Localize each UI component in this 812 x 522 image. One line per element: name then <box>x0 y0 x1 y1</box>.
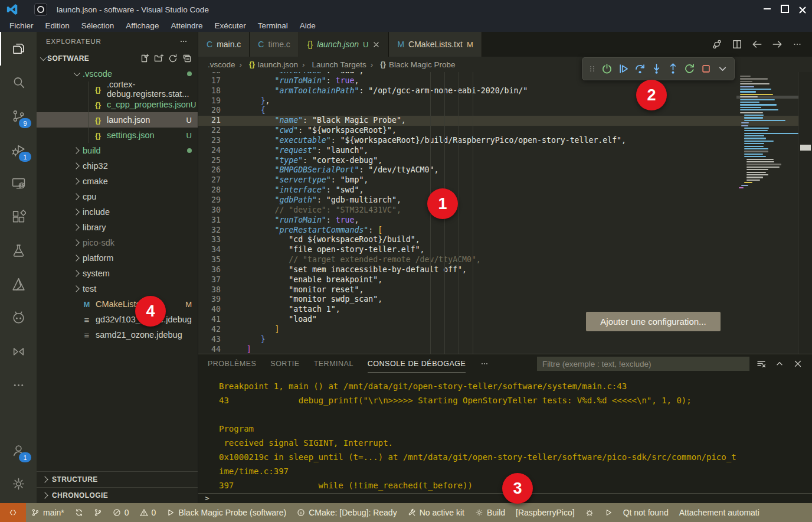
menu-item-affichage[interactable]: Affichage <box>120 21 165 30</box>
tree-item-cpu[interactable]: cpu <box>37 189 198 204</box>
new-file-icon[interactable] <box>140 54 149 63</box>
status-item-0[interactable]: 0 <box>135 503 162 522</box>
console-filter-input[interactable] <box>537 357 749 371</box>
close-button[interactable] <box>795 2 810 16</box>
tree-item-gd32vf103-ozone-jdebug[interactable]: ≡gd32vf103_ozone.jdebug <box>37 312 198 327</box>
menu-item-atteindre[interactable]: Atteindre <box>165 21 208 30</box>
more-icon[interactable] <box>480 359 489 368</box>
section-structure[interactable]: STRUCTURE <box>37 471 198 487</box>
status-item-black-magic-probe-software-[interactable]: Black Magic Probe (software) <box>161 503 292 522</box>
status-item-0[interactable]: 0 <box>107 503 135 522</box>
tree-item-samd21-ozone-jdebug[interactable]: ≡samd21_ozone.jdebug <box>37 327 198 342</box>
activity-item-settings-gear[interactable] <box>0 467 37 501</box>
tree-item-test[interactable]: test <box>37 281 198 296</box>
activity-item-test-beaker[interactable] <box>0 234 37 267</box>
status-item-cmake-debug-ready[interactable]: CMake: [Debug]: Ready <box>292 503 402 522</box>
chevron-up-icon[interactable] <box>775 359 784 368</box>
minimap[interactable] <box>736 75 799 189</box>
power-icon[interactable] <box>601 63 613 74</box>
status-item-bug[interactable] <box>580 503 599 522</box>
tree-item-library[interactable]: library <box>37 220 198 235</box>
add-configuration-button[interactable]: Ajouter une configuration... <box>586 312 721 331</box>
tree-item-pico-sdk[interactable]: pico-sdk <box>37 235 198 250</box>
status-item-build[interactable]: Build <box>470 503 510 522</box>
menu-item-edition[interactable]: Edition <box>40 21 76 30</box>
section-chronologie[interactable]: CHRONOLOGIE <box>37 487 198 503</box>
close-icon[interactable] <box>793 359 803 368</box>
status-item-no-active-kit[interactable]: No active kit <box>402 503 470 522</box>
activity-item-run-debug[interactable]: 1 <box>0 133 37 167</box>
tab-launch-json[interactable]: {}launch.jsonU <box>299 32 389 57</box>
editor-scrollbar[interactable] <box>798 72 812 354</box>
continue-icon[interactable] <box>618 63 629 74</box>
maximize-button[interactable] <box>778 2 792 16</box>
step-into-icon[interactable] <box>651 63 662 74</box>
activity-item-cmake[interactable] <box>0 267 37 301</box>
code-editor[interactable]: 16 "interface": "swd",17 "runToMain": tr… <box>198 72 812 354</box>
arrow-left-icon[interactable] <box>752 39 762 50</box>
tree-item-settings-json[interactable]: {}settings.jsonU <box>37 128 198 143</box>
menu-item-sélection[interactable]: Sélection <box>76 21 120 30</box>
activity-item-more[interactable] <box>0 368 37 402</box>
activity-item-visual-studio[interactable] <box>0 335 37 368</box>
status-item-sync[interactable] <box>70 503 89 522</box>
status-item-play[interactable] <box>599 503 618 522</box>
status-item-qt-not-found[interactable]: Qt not found <box>618 503 674 522</box>
close-icon[interactable] <box>372 41 380 48</box>
minimize-button[interactable] <box>760 2 774 16</box>
tree-item-cmake[interactable]: cmake <box>37 174 198 189</box>
menu-item-aide[interactable]: Aide <box>294 21 322 30</box>
activity-item-account[interactable]: 1 <box>0 433 37 467</box>
menu-item-exécuter[interactable]: Exécuter <box>208 21 251 30</box>
status-item-remote[interactable] <box>0 503 26 522</box>
step-out-icon[interactable] <box>667 63 679 74</box>
status-item-main-[interactable]: main* <box>26 503 70 522</box>
more-icon[interactable] <box>792 39 803 50</box>
activity-item-extensions[interactable] <box>0 200 37 234</box>
collapse-all-icon[interactable] <box>182 54 192 63</box>
activity-item-source-control[interactable]: 9 <box>0 99 37 133</box>
activity-item-files[interactable] <box>0 32 37 66</box>
tree-item-launch-json[interactable]: {}launch.jsonU <box>37 112 198 128</box>
tree-item--cortex-debug-registers-stat-[interactable]: {}.cortex-debug.registers.stat... <box>37 81 198 97</box>
open-changes-icon[interactable] <box>712 39 722 50</box>
status-item-git-branch[interactable] <box>89 503 107 522</box>
step-over-icon[interactable] <box>634 63 646 74</box>
activity-item-remote-explorer[interactable] <box>0 167 37 200</box>
panel-tab-probl-mes[interactable]: PROBLÈMES <box>208 354 256 373</box>
clear-console-icon[interactable] <box>757 359 766 368</box>
scrollbar-handle[interactable] <box>800 145 811 151</box>
split-editor-icon[interactable] <box>732 39 742 50</box>
new-folder-icon[interactable] <box>154 54 163 63</box>
stop-icon[interactable] <box>700 63 712 74</box>
breadcrumb-item[interactable]: {}Black Magic Probe <box>366 60 456 69</box>
tree-item-platform[interactable]: platform <box>37 250 198 266</box>
breadcrumb-item[interactable]: {}launch.json <box>235 60 299 69</box>
breadcrumb-item[interactable]: .vscode <box>208 60 235 69</box>
tab-main-c[interactable]: Cmain.c <box>198 32 250 57</box>
tree-item-chip32[interactable]: chip32 <box>37 158 198 174</box>
tab-time-c[interactable]: Ctime.c <box>250 32 299 57</box>
activity-item-search[interactable] <box>0 66 37 99</box>
status-item--raspberrypico-[interactable]: [RaspberryPico] <box>510 503 580 522</box>
tree-item-build[interactable]: build <box>37 143 198 158</box>
status-item-attachement-automati[interactable]: Attachement automati <box>674 503 765 522</box>
menu-item-terminal[interactable]: Terminal <box>252 21 294 30</box>
chevron-down-icon[interactable] <box>717 63 728 74</box>
panel-tab-sortie[interactable]: SORTIE <box>270 354 299 373</box>
explorer-more-icon[interactable] <box>179 37 188 46</box>
workspace-section-header[interactable]: SOFTWARE <box>37 51 198 66</box>
refresh-icon[interactable] <box>168 54 178 63</box>
tree-item-include[interactable]: include <box>37 204 198 220</box>
tab-cmakelists-txt[interactable]: MCMakeLists.txtM <box>389 32 482 57</box>
panel-tab-console-de-d-bogage[interactable]: CONSOLE DE DÉBOGAGE <box>368 354 466 373</box>
arrow-right-icon[interactable] <box>772 39 782 50</box>
tree-item-cmakelists-txt[interactable]: MCMakeLists.txtM <box>37 296 198 312</box>
restart-icon[interactable] <box>684 63 695 74</box>
activity-item-platformio[interactable] <box>0 301 37 335</box>
panel-tab-terminal[interactable]: TERMINAL <box>314 354 353 373</box>
breadcrumb-item[interactable]: Launch Targets <box>298 60 366 69</box>
menu-item-fichier[interactable]: Fichier <box>4 21 40 30</box>
tree-item-c-cpp-properties-json[interactable]: {}c_cpp_properties.jsonU <box>37 97 198 112</box>
tree-item-system[interactable]: system <box>37 266 198 281</box>
